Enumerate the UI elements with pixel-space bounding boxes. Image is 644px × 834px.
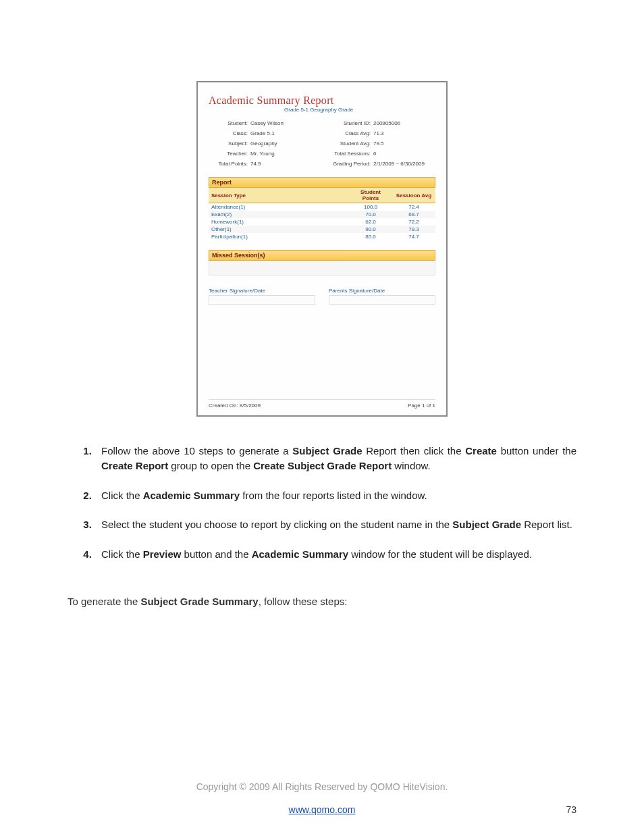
report-title: Academic Summary Report: [209, 95, 435, 107]
lbl-subject: Subject:: [209, 140, 250, 147]
val-class: Grade 5-1: [250, 130, 322, 136]
val-class-avg: 71.3: [373, 130, 435, 136]
step-1: Follow the above 10 steps to generate a …: [95, 444, 576, 473]
col-session-type: Session Type: [209, 188, 349, 203]
report-info-grid: Student:Casey Wilson Student ID:20090500…: [209, 117, 435, 170]
lbl-total-sessions: Total Sessions:: [322, 151, 373, 157]
report-page-of: Page 1 of 1: [408, 402, 435, 409]
table-row: Participation(1)85.074.7: [209, 233, 435, 240]
teacher-signature-line: [209, 295, 315, 305]
lbl-teacher: Teacher:: [209, 151, 250, 157]
created-on-value: 8/5/2009: [240, 402, 261, 409]
val-student-id: 200905006: [373, 120, 435, 126]
val-total-sessions: 6: [373, 151, 435, 157]
lbl-grading-period: Grading Period:: [322, 161, 373, 167]
step-3: Select the student you choose to report …: [95, 517, 576, 532]
lbl-class: Class:: [209, 130, 250, 136]
page-number: 73: [566, 804, 576, 815]
val-student: Casey Wilson: [250, 120, 322, 126]
parents-signature-line: [329, 295, 435, 305]
report-table: Session Type Student Points Sessioon Avg…: [209, 188, 435, 240]
table-row: Other(1)90.078.3: [209, 226, 435, 233]
report-subtitle: Grade 5-1 Geography Grade: [284, 107, 435, 113]
val-grading-period: 2/1/2009 ~ 6/30/2009: [373, 161, 435, 167]
section-missed-header: Missed Session(s): [209, 250, 435, 261]
lbl-student-id: Student ID:: [322, 120, 373, 126]
missed-sessions-body: [209, 261, 435, 276]
val-total-points: 74.9: [250, 161, 322, 167]
lbl-student: Student:: [209, 120, 250, 126]
report-footer: Created On: 8/5/2009 Page 1 of 1: [209, 399, 435, 409]
table-row: Homework(1)62.072.2: [209, 218, 435, 226]
instruction-steps: Follow the above 10 steps to generate a …: [68, 444, 576, 562]
col-session-avg: Sessioon Avg: [392, 188, 435, 203]
section-report-header: Report: [209, 177, 435, 188]
step-4: Click the Preview button and the Academi…: [95, 547, 576, 562]
teacher-signature: Teacher Signature/Date: [209, 288, 315, 305]
step-2: Click the Academic Summary from the four…: [95, 488, 576, 503]
lbl-class-avg: Class Avg:: [322, 130, 373, 136]
parents-signature-label: Parents Signature/Date: [329, 288, 435, 294]
parents-signature: Parents Signature/Date: [329, 288, 435, 305]
val-student-avg: 79.5: [373, 140, 435, 147]
col-student-points: Student Points: [349, 188, 392, 203]
created-on-label: Created On:: [209, 402, 238, 409]
teacher-signature-label: Teacher Signature/Date: [209, 288, 315, 294]
val-teacher: Mr. Young: [250, 151, 322, 157]
academic-summary-screenshot: Academic Summary Report Grade 5-1 Geogra…: [196, 81, 448, 417]
lbl-total-points: Total Points:: [209, 161, 250, 167]
lead-sentence: To generate the Subject Grade Summary, f…: [68, 596, 576, 607]
footer-link[interactable]: www.qomo.com: [289, 804, 356, 815]
lbl-student-avg: Student Avg:: [322, 140, 373, 147]
table-row: Exam(2)70.068.7: [209, 211, 435, 218]
copyright-footer: Copyright © 2009 All Rights Reserved by …: [68, 781, 576, 792]
val-subject: Geography: [250, 140, 322, 147]
table-row: Attendance(1)100.072.4: [209, 203, 435, 211]
